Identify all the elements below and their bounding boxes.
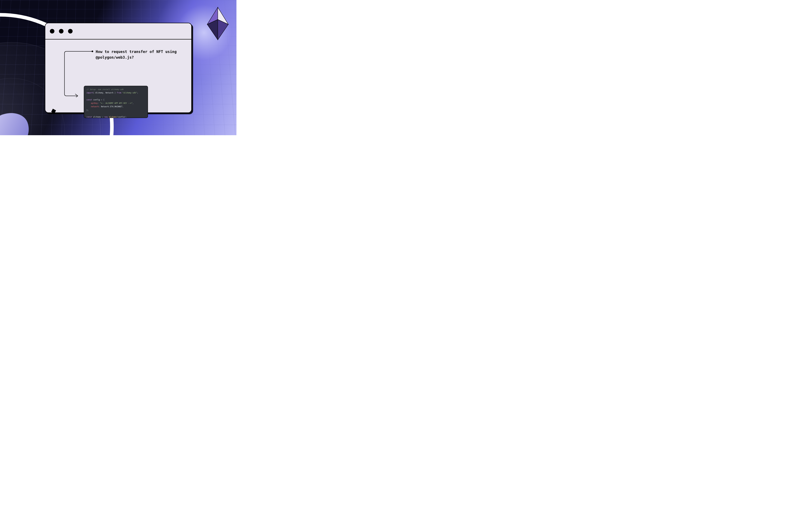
ethereum-gem-icon xyxy=(205,6,230,41)
window-dot xyxy=(59,29,63,33)
square-accent-icon xyxy=(51,109,56,113)
card-content: How to request transfer of NFT using @po… xyxy=(45,40,191,49)
window-titlebar xyxy=(45,23,191,40)
hero-canvas: How to request transfer of NFT using @po… xyxy=(0,0,236,135)
window-dot xyxy=(68,29,73,33)
svg-point-4 xyxy=(92,51,93,52)
article-heading: How to request transfer of NFT using @po… xyxy=(96,49,184,60)
code-comment: // Setup: npm install alchemy-sdk xyxy=(86,88,123,90)
content-card: How to request transfer of NFT using @po… xyxy=(45,23,192,113)
code-keyword: import xyxy=(86,92,93,94)
window-dot xyxy=(50,29,54,33)
code-snippet: // Setup: npm install alchemy-sdk import… xyxy=(84,86,148,118)
